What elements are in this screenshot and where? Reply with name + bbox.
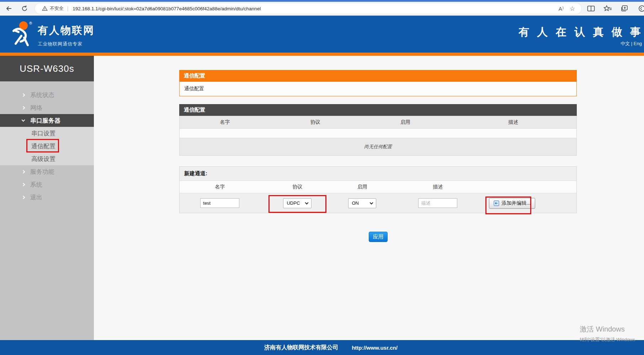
sidebar-item-label: 服务功能	[30, 168, 54, 176]
col-enable: 启用	[335, 184, 390, 190]
new-channel-title: 新建通道:	[180, 167, 576, 181]
device-name: USR-W630s	[0, 56, 94, 81]
chevron-right-icon	[22, 93, 25, 97]
not-secure-warning-icon	[42, 6, 48, 11]
sidebar-item-service-functions[interactable]: 服务功能	[0, 165, 94, 178]
watermark-line2: 转到“设置”以激活 Windows	[580, 337, 635, 343]
comm-config-panel: 通信配置 名字 协议 启用 描述 尚无任何配置	[179, 104, 577, 156]
chevron-right-icon	[22, 170, 25, 173]
brand-name: 有人物联网	[38, 23, 95, 38]
chevron-right-icon	[22, 106, 25, 109]
sidebar-item-label: 高级设置	[31, 155, 55, 163]
sidebar-item-label: 通信配置	[31, 142, 55, 150]
read-aloud-icon[interactable]: A)	[559, 6, 563, 12]
sidebar-item-label: 系统	[30, 181, 42, 189]
favorites-bar-icon[interactable]	[603, 5, 612, 12]
main-content: 通信配置 通信配置 通信配置 名字 协议 启用 描述 尚无任何配置 新建通道: …	[94, 56, 644, 340]
footer: 济南有人物联网技术有限公司 http://www.usr.cn/	[0, 340, 644, 355]
chevron-down-icon	[370, 201, 373, 204]
browser-toolbar: 不安全 | 192.168.1.1/cgi-bin/luci/;stok=02a…	[0, 2, 644, 16]
chevron-right-icon	[22, 183, 25, 186]
col-description: 描述	[390, 184, 486, 190]
refresh-button[interactable]	[18, 3, 31, 14]
empty-state-text: 尚无任何配置	[180, 138, 576, 155]
lang-separator: |	[631, 41, 632, 46]
language-switch: 中文 | Eng	[621, 41, 642, 47]
protocol-select-value: UDPC	[287, 200, 300, 206]
sidebar-item-comm-config[interactable]: 通信配置	[0, 140, 94, 152]
col-protocol: 协议	[260, 184, 335, 190]
sidebar-item-label: 网络	[30, 104, 42, 112]
watermark-line1: 激活 Windows	[580, 324, 635, 334]
panel-title: 通信配置	[179, 104, 577, 116]
address-bar[interactable]: 不安全 | 192.168.1.1/cgi-bin/luci/;stok=02a…	[35, 3, 581, 14]
sidebar-item-label: 串口服务器	[30, 117, 60, 125]
footer-website[interactable]: http://www.usr.cn/	[352, 345, 398, 351]
enable-select[interactable]: ON	[348, 198, 376, 208]
add-and-edit-button[interactable]: 添加并编辑...	[489, 198, 536, 209]
sidebar-item-label: 串口设置	[31, 129, 55, 138]
app-header: ® 有人物联网 工业物联网通信专家 有 人 在 认 真 做 事 中文 | Eng	[0, 16, 644, 53]
screen: 不安全 | 192.168.1.1/cgi-bin/luci/;stok=02a…	[0, 0, 644, 355]
col-description: 描述	[450, 119, 576, 125]
sidebar-item-logout[interactable]: 退出	[0, 191, 94, 204]
new-channel-section: 新建通道: 名字 协议 启用 描述 UDPC	[179, 166, 577, 213]
add-edit-icon	[494, 200, 499, 206]
back-button[interactable]	[3, 3, 15, 14]
lang-zh[interactable]: 中文	[621, 41, 630, 46]
sidebar-item-serial-server[interactable]: 串口服务器	[0, 114, 94, 127]
footer-company: 济南有人物联网技术有限公司	[264, 344, 338, 351]
sidebar-item-system-status[interactable]: 系统状态	[0, 88, 94, 101]
sidebar: USR-W630s 系统状态 网络 串口服务器 串口设置 通信配置 高级设置	[0, 56, 94, 340]
chevron-right-icon	[22, 195, 25, 199]
sidebar-item-serial-settings[interactable]: 串口设置	[0, 127, 94, 140]
windows-activation-watermark: 激活 Windows 转到“设置”以激活 Windows	[580, 324, 635, 343]
brand-tagline: 工业物联网通信专家	[38, 41, 95, 47]
chevron-down-icon	[22, 118, 25, 122]
add-and-edit-label: 添加并编辑...	[502, 200, 531, 206]
svg-text:®: ®	[29, 21, 32, 25]
col-name: 名字	[180, 119, 270, 125]
address-divider: |	[67, 6, 69, 11]
protocol-select[interactable]: UDPC	[283, 198, 312, 208]
browser-extra-icon[interactable]	[637, 5, 644, 12]
usr-logo: ®	[11, 20, 37, 47]
page-title: 通信配置	[179, 70, 577, 82]
form-row: UDPC ON	[180, 193, 576, 213]
chevron-down-icon	[305, 201, 309, 204]
refresh-icon	[21, 5, 28, 12]
sidebar-item-network[interactable]: 网络	[0, 101, 94, 114]
security-label[interactable]: 不安全	[50, 5, 64, 12]
col-protocol: 协议	[270, 119, 360, 125]
back-icon	[5, 5, 12, 12]
favorite-star-icon[interactable]: ☆	[570, 5, 575, 12]
sidebar-item-advanced-settings[interactable]: 高级设置	[0, 152, 94, 165]
form-header-row: 名字 协议 启用 描述	[180, 181, 576, 193]
collections-icon[interactable]	[621, 5, 628, 12]
table-header-row: 名字 协议 启用 描述	[180, 116, 576, 128]
split-screen-icon[interactable]	[587, 5, 595, 12]
sidebar-item-label: 退出	[30, 193, 42, 201]
col-name: 名字	[180, 184, 260, 190]
sidebar-item-label: 系统状态	[30, 91, 54, 99]
channel-name-input[interactable]	[200, 198, 239, 208]
sidebar-item-system[interactable]: 系统	[0, 178, 94, 191]
apply-button[interactable]: 应用	[369, 232, 388, 242]
description-input[interactable]	[418, 198, 457, 208]
lang-en[interactable]: Eng	[634, 41, 642, 46]
page-subtitle: 通信配置	[179, 82, 577, 96]
table-empty-row	[180, 128, 576, 138]
page-title-panel: 通信配置 通信配置	[179, 70, 577, 96]
col-enable: 启用	[361, 119, 450, 125]
enable-select-value: ON	[352, 200, 359, 206]
header-slogan: 有 人 在 认 真 做 事	[518, 25, 643, 39]
url-text[interactable]: 192.168.1.1/cgi-bin/luci/;stok=02a7d6a09…	[73, 6, 261, 11]
accent-divider	[0, 53, 644, 56]
